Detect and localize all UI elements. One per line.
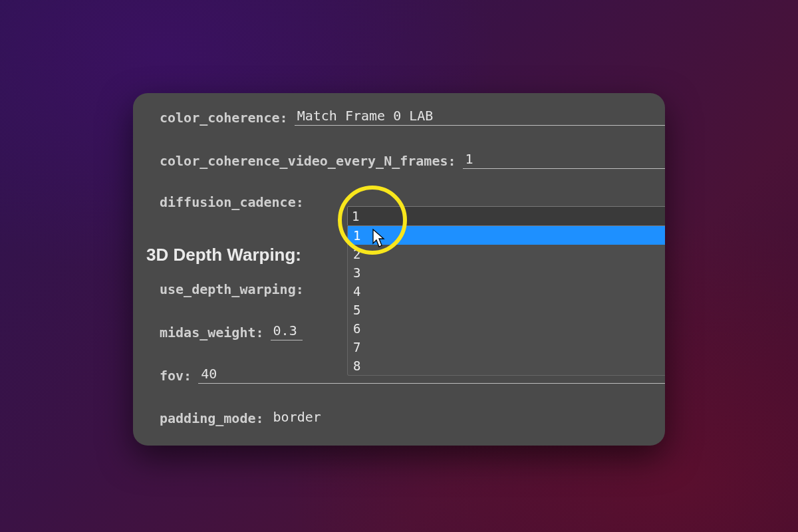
input-use-depth-warping[interactable] <box>311 296 342 297</box>
diffusion-cadence-option[interactable]: 4 <box>348 282 665 301</box>
label-color-coherence-video-n: color_coherence_video_every_N_frames: <box>160 153 456 169</box>
diffusion-cadence-option[interactable]: 2 <box>348 245 665 263</box>
label-color-coherence: color_coherence: <box>160 110 288 126</box>
diffusion-cadence-options: 12345678 <box>347 226 665 376</box>
diffusion-cadence-option[interactable]: 5 <box>348 301 665 319</box>
diffusion-cadence-option[interactable]: 3 <box>348 263 665 282</box>
label-diffusion-cadence: diffusion_cadence: <box>160 194 304 210</box>
settings-panel: color_coherence: Match Frame 0 LAB color… <box>133 93 665 446</box>
input-color-coherence-video-n[interactable]: 1 <box>463 151 665 169</box>
label-fov: fov: <box>160 368 192 384</box>
diffusion-cadence-option[interactable]: 8 <box>348 356 665 375</box>
label-padding-mode: padding_mode: <box>160 410 264 426</box>
label-use-depth-warping: use_depth_warping: <box>160 281 304 297</box>
diffusion-cadence-option[interactable]: 1 <box>348 226 665 245</box>
input-padding-mode[interactable]: border <box>271 409 324 426</box>
input-midas-weight[interactable]: 0.3 <box>271 323 303 340</box>
row-padding-mode: padding_mode: border <box>160 409 665 426</box>
diffusion-cadence-option[interactable]: 7 <box>348 338 665 356</box>
diffusion-cadence-field[interactable]: 1 <box>347 206 665 226</box>
label-midas-weight: midas_weight: <box>160 325 264 340</box>
diffusion-cadence-dropdown[interactable]: 1 12345678 <box>347 206 665 376</box>
row-color-coherence-video-every-n-frames: color_coherence_video_every_N_frames: 1 <box>160 151 665 169</box>
row-color-coherence: color_coherence: Match Frame 0 LAB <box>160 108 665 126</box>
input-color-coherence[interactable]: Match Frame 0 LAB <box>295 108 665 126</box>
diffusion-cadence-option[interactable]: 6 <box>348 319 665 338</box>
